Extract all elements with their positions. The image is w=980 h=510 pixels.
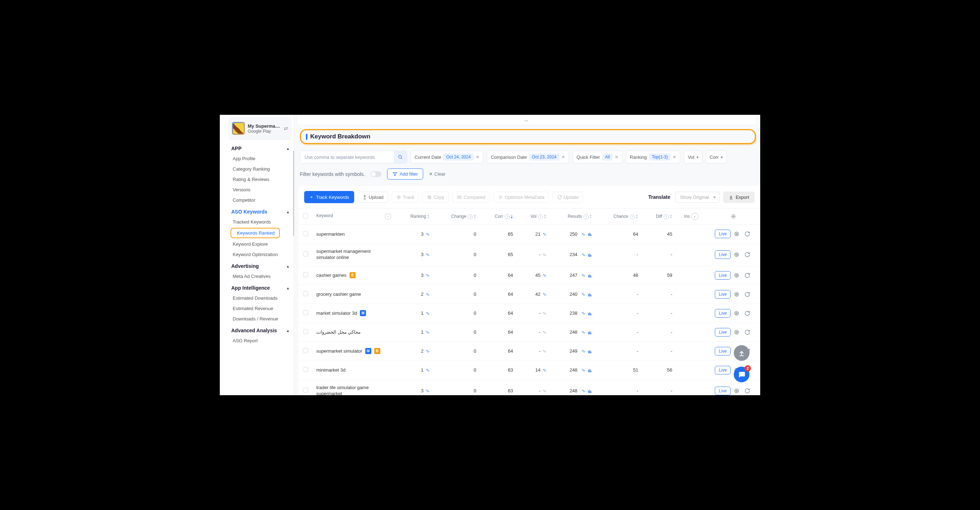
swap-icon[interactable]: ⇄	[284, 126, 288, 131]
target-icon[interactable]	[734, 310, 740, 316]
sidebar-item[interactable]: Tracked Keywords	[226, 217, 294, 227]
search-button[interactable]	[394, 151, 407, 163]
help-icon[interactable]: ?	[584, 214, 589, 219]
refresh-icon[interactable]	[745, 329, 750, 335]
row-checkbox[interactable]	[303, 329, 308, 334]
spark-icon[interactable]: ∿	[426, 231, 430, 237]
upload-float-button[interactable]	[734, 345, 749, 361]
bar-icon[interactable]	[587, 349, 592, 354]
sidebar-item[interactable]: Meta Ad Creatives	[226, 271, 294, 282]
chat-float-button[interactable]: 2	[734, 367, 749, 382]
sidebar-item[interactable]: Keywords Ranked	[231, 228, 280, 238]
spark-icon[interactable]: ∿	[542, 367, 546, 373]
row-checkbox[interactable]	[303, 348, 308, 353]
help-icon[interactable]: ?	[630, 214, 635, 219]
live-button[interactable]: Live	[715, 366, 730, 375]
refresh-icon[interactable]	[745, 310, 750, 316]
sidebar-section-header[interactable]: APP▴	[226, 142, 294, 153]
live-button[interactable]: Live	[715, 250, 730, 259]
spark-icon[interactable]: ∿	[426, 388, 430, 394]
collapse-bar[interactable]: ︽	[297, 115, 756, 125]
sidebar-item[interactable]: ASO Report	[226, 335, 294, 346]
prev-icon[interactable]: ‹	[385, 213, 391, 220]
refresh-icon[interactable]	[745, 387, 750, 394]
bar-icon[interactable]	[587, 311, 592, 316]
spark-icon[interactable]: ∿	[542, 292, 546, 297]
help-icon[interactable]: ?	[468, 214, 473, 219]
help-icon[interactable]: ?	[664, 214, 669, 219]
spark-icon[interactable]: ∿	[426, 348, 430, 354]
sidebar-section-header[interactable]: ASO Keywords▴	[226, 205, 294, 217]
target-icon[interactable]	[734, 387, 740, 394]
sidebar-section-header[interactable]: App Intelligence▴	[226, 282, 294, 293]
spark-icon[interactable]: ∿	[542, 329, 546, 335]
sidebar-item[interactable]: Estimated Revenue	[226, 303, 294, 314]
corr-filter[interactable]: Corr ▾	[706, 151, 727, 163]
select-all-checkbox[interactable]	[303, 214, 308, 218]
spark-icon[interactable]: ∿	[426, 329, 430, 335]
track-keywords-button[interactable]: ＋Track Keywords	[304, 191, 354, 203]
live-button[interactable]: Live	[715, 230, 730, 238]
target-icon[interactable]	[734, 329, 740, 335]
spark-icon[interactable]: ∿	[582, 252, 585, 257]
sidebar-item[interactable]: Competitor	[226, 195, 294, 205]
spark-icon[interactable]: ∿	[542, 231, 546, 237]
sidebar-item[interactable]: Rating & Reviews	[226, 174, 294, 185]
translate-select[interactable]: Show Original	[675, 192, 720, 203]
refresh-icon[interactable]	[745, 272, 750, 278]
spark-icon[interactable]: ∿	[582, 273, 585, 278]
bar-icon[interactable]	[587, 389, 592, 394]
live-button[interactable]: Live	[715, 309, 730, 317]
close-icon[interactable]: ✕	[562, 155, 565, 159]
spark-icon[interactable]: ∿	[426, 252, 430, 257]
bar-icon[interactable]	[587, 292, 592, 297]
sidebar-item[interactable]: Keyword Optimization	[226, 249, 294, 260]
help-icon[interactable]: ?	[505, 214, 510, 219]
next-icon[interactable]: ›	[691, 213, 698, 220]
spark-icon[interactable]: ∿	[582, 292, 585, 297]
sidebar-item[interactable]: App Profile	[226, 153, 294, 164]
sidebar-item[interactable]: Estimated Downloads	[226, 293, 294, 303]
ranking-filter[interactable]: Ranking Top(1-3) ✕	[626, 151, 680, 163]
target-icon[interactable]	[734, 251, 740, 257]
sidebar-item[interactable]: Keyword Explore	[226, 239, 294, 249]
spark-icon[interactable]: ∿	[542, 252, 546, 257]
close-icon[interactable]: ✕	[673, 155, 676, 159]
help-icon[interactable]: ?	[538, 214, 543, 219]
gear-icon[interactable]	[730, 214, 736, 219]
row-checkbox[interactable]	[303, 252, 308, 257]
live-button[interactable]: Live	[715, 387, 730, 395]
refresh-icon[interactable]	[745, 230, 750, 236]
spark-icon[interactable]: ∿	[582, 311, 585, 316]
bar-icon[interactable]	[587, 252, 592, 257]
spark-icon[interactable]: ∿	[542, 388, 546, 394]
spark-icon[interactable]: ∿	[426, 311, 430, 316]
spark-icon[interactable]: ∿	[426, 367, 430, 373]
symbol-toggle[interactable]	[371, 171, 381, 177]
spark-icon[interactable]: ∿	[582, 388, 585, 394]
spark-icon[interactable]: ∿	[582, 231, 585, 237]
target-icon[interactable]	[734, 272, 740, 278]
refresh-icon[interactable]	[745, 291, 750, 297]
spark-icon[interactable]: ∿	[426, 292, 430, 297]
app-selector[interactable]: My Supermark... Google Play ⇄	[228, 117, 292, 140]
live-button[interactable]: Live	[715, 347, 730, 355]
row-checkbox[interactable]	[303, 231, 308, 236]
spark-icon[interactable]: ∿	[582, 329, 585, 335]
row-checkbox[interactable]	[303, 310, 308, 315]
row-checkbox[interactable]	[303, 388, 308, 393]
spark-icon[interactable]: ∿	[426, 273, 430, 278]
bar-icon[interactable]	[587, 330, 592, 335]
comparison-date-filter[interactable]: Comparison Date Oct 23, 2024 ✕	[487, 151, 569, 163]
bar-icon[interactable]	[587, 273, 592, 278]
search-input[interactable]	[300, 151, 392, 163]
live-button[interactable]: Live	[715, 328, 730, 336]
spark-icon[interactable]: ∿	[542, 348, 546, 354]
spark-icon[interactable]: ∿	[542, 273, 546, 278]
sidebar-item[interactable]: Category Ranking	[226, 164, 294, 174]
row-checkbox[interactable]	[303, 291, 308, 296]
spark-icon[interactable]: ∿	[582, 348, 585, 354]
sidebar-item[interactable]: Downloads / Revenue	[226, 314, 294, 324]
spark-icon[interactable]: ∿	[582, 367, 585, 373]
spark-icon[interactable]: ∿	[542, 311, 546, 316]
